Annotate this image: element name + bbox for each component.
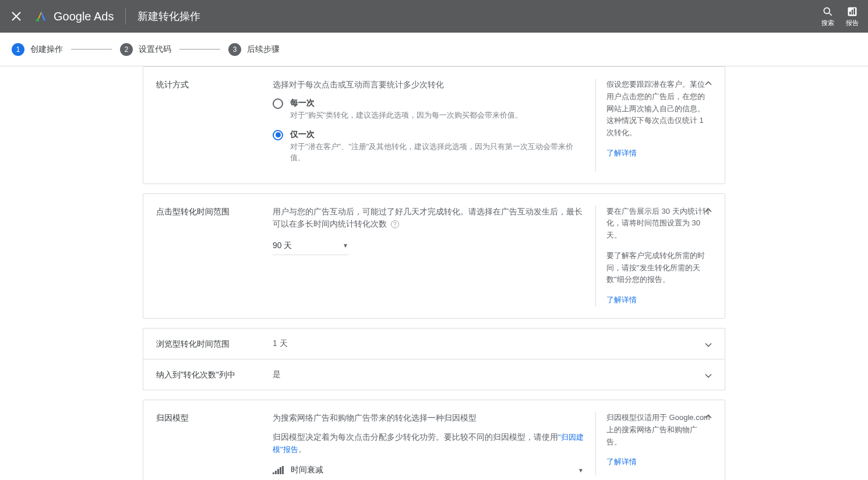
svg-point-0 (36, 19, 40, 22)
page-title: 新建转化操作 (137, 9, 200, 23)
reports-button[interactable]: 报告 (846, 6, 859, 27)
attr-desc2: 归因模型决定着为每次点击分配多少转化功劳。要比较不同的归因模型，请使用"归因建模… (273, 431, 584, 456)
expand-toggle[interactable] (703, 339, 714, 352)
attr-model-dropdown[interactable]: 时间衰减 ▼ (273, 465, 584, 475)
brand-logo: Google Ads (35, 10, 114, 23)
stepper-bar: 1 创建操作 2 设置代码 3 后续步骤 (0, 33, 868, 66)
svg-rect-4 (852, 9, 853, 14)
step-1[interactable]: 1 创建操作 (12, 43, 63, 56)
dropdown-caret-icon: ▼ (578, 467, 584, 474)
view-window-row[interactable]: 浏览型转化时间范围 1 天 (143, 328, 725, 359)
brand-name: Google Ads (54, 10, 114, 23)
click-window-desc: 用户与您的广告互动后，可能过了好几天才完成转化。请选择在广告互动发生后，最长可以… (273, 206, 584, 230)
expand-toggle[interactable] (703, 370, 714, 383)
search-button[interactable]: 搜索 (821, 6, 834, 27)
radio-only-once[interactable]: 仅一次 对于"潜在客户"、"注册"及其他转化，建议选择此选项，因为只有第一次互动… (273, 129, 584, 164)
click-window-side: 要在广告展示后 30 天内统计转化，请将时间范围设置为 30 天。 要了解客户完… (595, 206, 712, 307)
chevron-down-icon (703, 370, 714, 382)
learn-more-link[interactable]: 了解详情 (606, 147, 712, 160)
learn-more-link[interactable]: 了解详情 (606, 456, 712, 468)
dropdown-caret-icon: ▼ (343, 242, 348, 249)
radio-icon (273, 98, 283, 109)
radio-every-time[interactable]: 每一次 对于"购买"类转化，建议选择此选项，因为每一次购买都会带来价值。 (273, 98, 584, 121)
close-icon[interactable] (9, 9, 23, 23)
step-3[interactable]: 3 后续步骤 (228, 43, 280, 56)
count-method-card: 统计方式 选择对于每次点击或互动而言要统计多少次转化 每一次 对于"购买"类转化… (143, 66, 725, 184)
chevron-up-icon (703, 411, 714, 422)
collapse-toggle[interactable] (703, 411, 714, 424)
collapse-toggle[interactable] (703, 77, 714, 91)
time-decay-icon (273, 466, 284, 474)
svg-point-1 (824, 8, 830, 13)
reports-icon (846, 6, 858, 17)
chevron-up-icon (703, 204, 714, 216)
step-2-num: 2 (120, 43, 133, 56)
svg-rect-5 (854, 8, 856, 15)
chevron-up-icon (703, 77, 714, 89)
attr-desc: 为搜索网络广告和购物广告带来的转化选择一种归因模型 (273, 412, 584, 424)
ads-logo-icon (35, 10, 48, 23)
step-connector (179, 49, 220, 50)
attribution-model-card: 归因模型 为搜索网络广告和购物广告带来的转化选择一种归因模型 归因模型决定着为每… (143, 400, 725, 480)
learn-more-link[interactable]: 了解详情 (606, 294, 712, 306)
step-3-num: 3 (228, 43, 241, 56)
step-2[interactable]: 2 设置代码 (120, 43, 171, 56)
count-side-help: 假设您要跟踪潜在客户。某位用户点击您的广告后，在您的网站上两次输入自己的信息。这… (595, 79, 712, 172)
app-header: Google Ads 新建转化操作 搜索 报告 (0, 0, 868, 33)
include-conversions-row[interactable]: 纳入到"转化次数"列中 是 (143, 359, 725, 390)
attr-label: 归因模型 (156, 412, 273, 475)
chevron-down-icon (703, 339, 714, 351)
step-connector (71, 49, 112, 50)
attr-side: 归因模型仅适用于 Google.com 上的搜索网络广告和购物广告。 了解详情 (595, 412, 712, 475)
search-icon (822, 6, 834, 17)
radio-icon-selected (273, 130, 283, 140)
main-content: 统计方式 选择对于每次点击或互动而言要统计多少次转化 每一次 对于"购买"类转化… (0, 66, 868, 480)
count-desc: 选择对于每次点击或互动而言要统计多少次转化 (273, 79, 584, 91)
collapse-toggle[interactable] (703, 204, 714, 218)
help-icon[interactable]: ? (391, 220, 399, 228)
click-window-dropdown[interactable]: 90 天 ▼ (273, 237, 348, 255)
count-label: 统计方式 (156, 79, 273, 172)
header-divider (125, 8, 126, 24)
click-window-label: 点击型转化时间范围 (156, 206, 273, 307)
click-window-card: 点击型转化时间范围 用户与您的广告互动后，可能过了好几天才完成转化。请选择在广告… (143, 193, 725, 319)
svg-rect-3 (849, 12, 851, 15)
step-1-num: 1 (12, 43, 24, 56)
